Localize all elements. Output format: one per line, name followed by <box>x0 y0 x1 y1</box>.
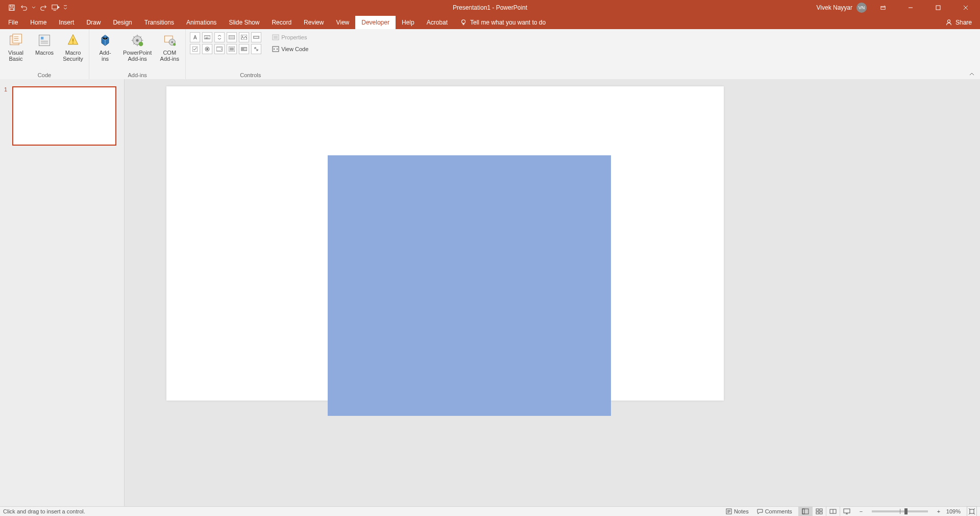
zoom-in-button[interactable]: + <box>935 508 942 514</box>
svg-point-16 <box>139 42 143 46</box>
zoom-out-button[interactable]: − <box>857 508 865 514</box>
slide-shape-rectangle[interactable] <box>328 155 611 416</box>
control-scrollbar-button[interactable] <box>251 32 261 42</box>
redo-icon[interactable] <box>39 3 48 12</box>
zoom-level[interactable]: 109% <box>946 508 961 514</box>
macro-security-button[interactable]: Macro Security <box>59 30 87 62</box>
properties-icon <box>272 34 279 41</box>
tab-record[interactable]: Record <box>265 16 298 29</box>
view-code-button[interactable]: View Code <box>270 44 311 54</box>
control-listbox-button[interactable] <box>227 44 237 54</box>
zoom-slider[interactable] <box>872 510 928 512</box>
tab-slideshow[interactable]: Slide Show <box>223 16 265 29</box>
svg-rect-38 <box>802 509 804 514</box>
tab-insert[interactable]: Insert <box>53 16 80 29</box>
close-button[interactable] <box>954 0 977 15</box>
control-optionbutton-button[interactable] <box>202 44 212 54</box>
powerpoint-addins-icon <box>129 32 145 49</box>
svg-rect-5 <box>936 6 940 10</box>
ribbon-group-addins: Add- ins PowerPoint Add-ins COM Add-ins … <box>89 29 186 79</box>
control-combobox-button[interactable] <box>214 44 225 54</box>
tab-acrobat[interactable]: Acrobat <box>421 16 454 29</box>
control-label-button[interactable]: A <box>190 32 200 42</box>
svg-rect-41 <box>816 512 819 514</box>
addins-button[interactable]: Add- ins <box>91 30 119 62</box>
control-image-button[interactable] <box>239 32 249 42</box>
qat-customize-icon[interactable] <box>63 3 67 12</box>
com-addins-button[interactable]: COM Add-ins <box>156 30 183 62</box>
tab-file[interactable]: File <box>2 16 24 29</box>
tab-design[interactable]: Design <box>107 16 138 29</box>
svg-rect-37 <box>802 509 808 514</box>
control-commandbutton-button[interactable] <box>227 32 237 42</box>
svg-rect-45 <box>970 509 974 513</box>
normal-view-button[interactable] <box>798 507 812 516</box>
visual-basic-icon <box>8 32 24 49</box>
ribbon-display-options-icon[interactable] <box>872 0 894 15</box>
tab-transitions[interactable]: Transitions <box>138 16 180 29</box>
svg-rect-42 <box>820 512 822 514</box>
group-label-code: Code <box>2 71 87 79</box>
notes-button[interactable]: Notes <box>724 508 751 514</box>
comments-icon <box>757 508 763 514</box>
slide-number-1: 1 <box>4 86 7 92</box>
share-button[interactable]: Share <box>937 15 980 29</box>
control-textbox-button[interactable]: ab <box>202 32 212 42</box>
powerpoint-addins-button[interactable]: PowerPoint Add-ins <box>120 30 155 62</box>
svg-rect-4 <box>881 7 885 10</box>
minimize-button[interactable] <box>899 0 922 15</box>
svg-point-19 <box>172 41 174 43</box>
tab-home[interactable]: Home <box>24 16 53 29</box>
slide-canvas-area[interactable] <box>125 79 980 507</box>
svg-rect-1 <box>10 5 13 7</box>
svg-rect-40 <box>820 509 822 511</box>
tab-help[interactable]: Help <box>396 16 421 29</box>
maximize-button[interactable] <box>927 0 949 15</box>
control-morecontrols-button[interactable] <box>251 44 261 54</box>
undo-dropdown-icon[interactable] <box>32 3 36 12</box>
svg-text:ab: ab <box>205 36 209 39</box>
user-account[interactable]: Vivek Nayyar VN <box>817 3 867 13</box>
fit-to-window-button[interactable] <box>967 506 977 516</box>
tab-view[interactable]: View <box>330 16 355 29</box>
undo-icon[interactable] <box>19 3 29 12</box>
control-checkbox-button[interactable] <box>190 44 200 54</box>
collapse-ribbon-icon[interactable] <box>969 71 975 77</box>
visual-basic-button[interactable]: Visual Basic <box>2 30 30 62</box>
properties-button: Properties <box>270 32 311 42</box>
control-spinbutton-button[interactable] <box>214 32 225 42</box>
tab-draw[interactable]: Draw <box>80 16 107 29</box>
status-message: Click and drag to insert a control. <box>3 508 85 514</box>
control-togglebutton-button[interactable] <box>239 44 249 54</box>
ribbon-group-controls: A ab Prop <box>186 29 315 79</box>
start-from-beginning-icon[interactable] <box>51 3 60 12</box>
tab-review[interactable]: Review <box>298 16 330 29</box>
svg-rect-10 <box>39 35 50 46</box>
comments-button[interactable]: Comments <box>755 508 794 514</box>
svg-point-6 <box>462 20 465 24</box>
share-label: Share <box>955 19 972 26</box>
svg-point-7 <box>947 19 950 22</box>
svg-rect-23 <box>229 35 235 39</box>
macro-security-icon <box>65 32 81 49</box>
slide-1[interactable] <box>166 86 724 401</box>
lightbulb-icon <box>460 19 467 26</box>
tell-me-label: Tell me what you want to do <box>470 19 546 26</box>
reading-view-button[interactable] <box>826 507 840 516</box>
slide-thumbnail-panel: 1 <box>0 79 125 507</box>
notes-icon <box>726 508 732 514</box>
tab-animations[interactable]: Animations <box>180 16 223 29</box>
macros-button[interactable]: Macros <box>31 30 58 56</box>
tell-me-search[interactable]: Tell me what you want to do <box>454 16 552 29</box>
slide-sorter-view-button[interactable] <box>812 507 826 516</box>
tab-developer[interactable]: Developer <box>355 16 396 29</box>
slideshow-view-button[interactable] <box>840 507 853 516</box>
save-icon[interactable] <box>7 3 16 12</box>
slide-thumbnail-1[interactable] <box>12 86 116 146</box>
svg-rect-44 <box>844 509 850 513</box>
group-label-controls: Controls <box>188 71 313 79</box>
com-addins-icon <box>161 32 178 49</box>
quick-access-toolbar <box>0 0 67 15</box>
svg-rect-12 <box>72 39 74 42</box>
ribbon-tabs: File Home Insert Draw Design Transitions… <box>0 15 980 29</box>
